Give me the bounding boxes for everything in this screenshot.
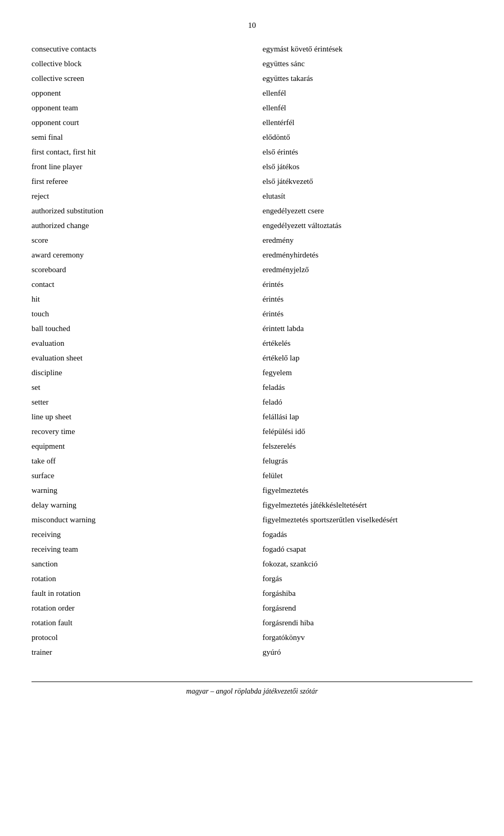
hungarian-term: fogadó csapat bbox=[262, 543, 306, 556]
english-term: equipment bbox=[32, 440, 65, 453]
list-item: rotation order bbox=[32, 602, 242, 615]
english-term: first contact, first hit bbox=[32, 146, 96, 159]
hungarian-term: fogadás bbox=[262, 528, 287, 542]
english-term: collective block bbox=[32, 57, 81, 71]
hungarian-term: ellenfél bbox=[262, 87, 286, 100]
english-term: warning bbox=[32, 484, 57, 498]
english-term: evaluation sheet bbox=[32, 352, 82, 365]
hungarian-term: felállási lap bbox=[262, 410, 299, 424]
list-item: fault in rotation bbox=[32, 587, 242, 601]
hungarian-term: eredményjelző bbox=[262, 263, 309, 277]
list-item: hit bbox=[32, 293, 242, 306]
list-item: gyúró bbox=[262, 646, 472, 659]
list-item: collective screen bbox=[32, 72, 242, 86]
english-term: scoreboard bbox=[32, 263, 66, 277]
hungarian-term: eredmény bbox=[262, 234, 293, 247]
hungarian-term: forgatókönyv bbox=[262, 631, 305, 645]
hungarian-term: fokozat, szankció bbox=[262, 558, 318, 571]
hungarian-term: érintés bbox=[262, 278, 284, 292]
english-term: contact bbox=[32, 278, 54, 292]
list-item: opponent bbox=[32, 87, 242, 100]
list-item: engedélyezett csere bbox=[262, 204, 472, 218]
list-item: award ceremony bbox=[32, 249, 242, 262]
list-item: protocol bbox=[32, 631, 242, 645]
english-term: surface bbox=[32, 469, 54, 483]
list-item: first referee bbox=[32, 175, 242, 189]
list-item: ball touched bbox=[32, 322, 242, 336]
list-item: egymást követő érintések bbox=[262, 43, 472, 56]
list-item: forgásrendi hiba bbox=[262, 616, 472, 630]
english-term: misconduct warning bbox=[32, 513, 96, 527]
hungarian-term: együttes takarás bbox=[262, 72, 313, 86]
list-item: delay warning bbox=[32, 499, 242, 512]
list-item: felszerelés bbox=[262, 440, 472, 453]
list-item: eredményjelző bbox=[262, 263, 472, 277]
list-item: receiving bbox=[32, 528, 242, 542]
english-term: opponent team bbox=[32, 101, 78, 115]
hungarian-term: figyelmeztetés játékkésleltetésért bbox=[262, 499, 367, 512]
list-item: feladó bbox=[262, 396, 472, 409]
hungarian-term: forgáshiba bbox=[262, 587, 296, 601]
hungarian-term: elutasít bbox=[262, 190, 285, 203]
english-term: trainer bbox=[32, 646, 52, 659]
list-item: sanction bbox=[32, 558, 242, 571]
list-item: opponent court bbox=[32, 116, 242, 130]
english-term: hit bbox=[32, 293, 40, 306]
hungarian-term: ellentérfél bbox=[262, 116, 295, 130]
list-item: rotation fault bbox=[32, 616, 242, 630]
list-item: érintés bbox=[262, 307, 472, 321]
list-item: értékelés bbox=[262, 337, 472, 350]
hungarian-term: feladás bbox=[262, 381, 285, 395]
hungarian-term: együttes sánc bbox=[262, 57, 304, 71]
english-term: receiving team bbox=[32, 543, 78, 556]
list-item: fogadó csapat bbox=[262, 543, 472, 556]
english-term: discipline bbox=[32, 366, 62, 380]
list-item: figyelmeztetés bbox=[262, 484, 472, 498]
english-term: sanction bbox=[32, 558, 58, 571]
list-item: recovery time bbox=[32, 425, 242, 439]
list-item: ellenfél bbox=[262, 87, 472, 100]
list-item: warning bbox=[32, 484, 242, 498]
list-item: semi final bbox=[32, 131, 242, 145]
list-item: eredményhirdetés bbox=[262, 249, 472, 262]
list-item: elutasít bbox=[262, 190, 472, 203]
list-item: first contact, first hit bbox=[32, 146, 242, 159]
hungarian-term: forgásrend bbox=[262, 602, 296, 615]
list-item: együttes sánc bbox=[262, 57, 472, 71]
hungarian-term: érintett labda bbox=[262, 322, 304, 336]
hungarian-term: első érintés bbox=[262, 146, 298, 159]
list-item: forgásrend bbox=[262, 602, 472, 615]
list-item: setter bbox=[32, 396, 242, 409]
list-item: trainer bbox=[32, 646, 242, 659]
list-item: értékelő lap bbox=[262, 352, 472, 365]
english-term: touch bbox=[32, 307, 49, 321]
list-item: set bbox=[32, 381, 242, 395]
list-item: ellentérfél bbox=[262, 116, 472, 130]
english-term: authorized change bbox=[32, 219, 89, 233]
list-item: figyelmeztetés játékkésleltetésért bbox=[262, 499, 472, 512]
hungarian-term: forgásrendi hiba bbox=[262, 616, 314, 630]
list-item: reject bbox=[32, 190, 242, 203]
hungarian-term: forgás bbox=[262, 572, 282, 586]
hungarian-term: fegyelem bbox=[262, 366, 292, 380]
english-term: first referee bbox=[32, 175, 68, 189]
list-item: authorized change bbox=[32, 219, 242, 233]
list-item: forgáshiba bbox=[262, 587, 472, 601]
list-item: touch bbox=[32, 307, 242, 321]
hungarian-term: ellenfél bbox=[262, 101, 286, 115]
english-term: receiving bbox=[32, 528, 61, 542]
english-term: authorized substitution bbox=[32, 204, 103, 218]
list-item: fegyelem bbox=[262, 366, 472, 380]
list-item: forgás bbox=[262, 572, 472, 586]
hungarian-term: értékelő lap bbox=[262, 352, 299, 365]
list-item: consecutive contacts bbox=[32, 43, 242, 56]
english-term: set bbox=[32, 381, 40, 395]
list-item: figyelmeztetés sportszerűtlen viselkedés… bbox=[262, 513, 472, 527]
list-item: scoreboard bbox=[32, 263, 242, 277]
list-item: érintés bbox=[262, 293, 472, 306]
list-item: felépülési idő bbox=[262, 425, 472, 439]
hungarian-term: felugrás bbox=[262, 455, 288, 468]
english-term: fault in rotation bbox=[32, 587, 80, 601]
english-term: opponent bbox=[32, 87, 61, 100]
english-term: setter bbox=[32, 396, 48, 409]
